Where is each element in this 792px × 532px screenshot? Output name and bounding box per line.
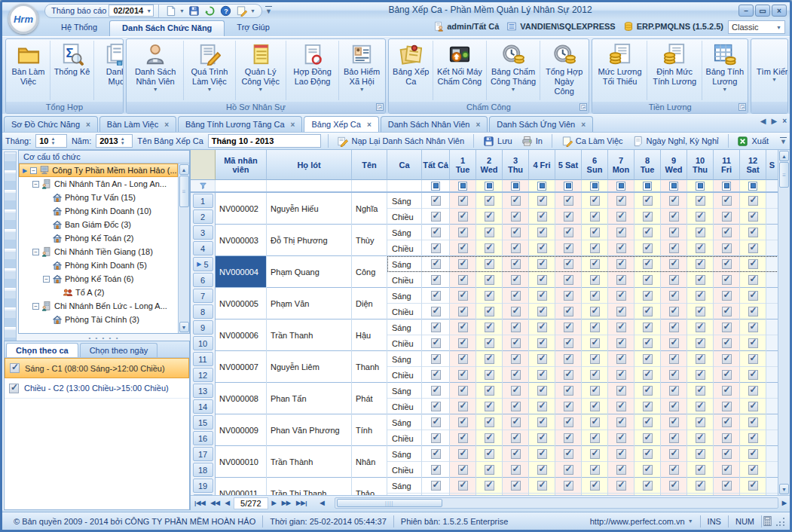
- check-cell-day[interactable]: [714, 209, 740, 225]
- tab-tro-giup[interactable]: Trợ Giúp: [225, 20, 281, 36]
- column-header-day[interactable]: 1Tue: [450, 150, 476, 180]
- check-cell-day[interactable]: [687, 351, 714, 367]
- check-cell-day[interactable]: [687, 430, 714, 446]
- expander-icon[interactable]: −: [32, 181, 39, 188]
- checkbox-checked-icon[interactable]: [431, 243, 441, 253]
- check-cell-day[interactable]: [450, 240, 476, 256]
- check-cell-day[interactable]: [635, 256, 661, 272]
- check-cell-day[interactable]: [687, 399, 714, 414]
- checkbox-checked-icon[interactable]: [511, 354, 521, 364]
- employee-cell[interactable]: NV000011: [216, 478, 267, 497]
- check-cell-day[interactable]: [687, 320, 714, 335]
- check-cell-day[interactable]: [529, 225, 555, 240]
- checkbox-checked-icon[interactable]: [748, 370, 758, 380]
- checkbox-checked-icon[interactable]: [458, 275, 468, 285]
- shift-name-cell[interactable]: Sáng: [387, 414, 422, 430]
- checkbox-checked-icon[interactable]: [431, 417, 441, 427]
- check-cell-day[interactable]: [608, 351, 635, 367]
- checkbox-checked-icon[interactable]: [537, 228, 547, 237]
- scroll-tabs-right-icon[interactable]: ▶: [771, 117, 777, 125]
- pager-prev-button[interactable]: ◀: [224, 500, 231, 506]
- checkbox-checked-icon[interactable]: [485, 370, 494, 380]
- check-cell-all[interactable]: [422, 383, 450, 399]
- check-cell-day[interactable]: [476, 351, 503, 367]
- checkbox-checked-icon[interactable]: [722, 196, 732, 206]
- tree-node[interactable]: Phòng Kinh Doanh (5): [19, 258, 178, 272]
- column-header-day[interactable]: 9Wed: [661, 150, 687, 180]
- check-cell-day[interactable]: [740, 256, 766, 272]
- check-cell-day[interactable]: [529, 414, 555, 430]
- employee-cell[interactable]: NV000006: [216, 320, 267, 351]
- check-cell-day[interactable]: [714, 240, 740, 256]
- check-cell-day[interactable]: [555, 304, 582, 320]
- check-cell-day[interactable]: [582, 367, 608, 383]
- checkbox-checked-icon[interactable]: [590, 417, 600, 427]
- filter-cell[interactable]: [216, 180, 267, 191]
- check-cell-day[interactable]: [529, 478, 555, 494]
- checkbox-checked-icon[interactable]: [564, 402, 573, 411]
- expander-icon[interactable]: −: [32, 303, 39, 310]
- check-cell-day[interactable]: [555, 240, 582, 256]
- tree-node[interactable]: −Chi Nhánh Bến Lức - Long A...: [19, 299, 178, 313]
- checkbox-checked-icon[interactable]: [722, 259, 732, 269]
- checkbox-checked-icon[interactable]: [431, 228, 441, 237]
- check-cell-day[interactable]: [529, 272, 555, 288]
- checkbox-checked-icon[interactable]: [643, 212, 653, 222]
- check-cell-day[interactable]: [608, 320, 635, 335]
- checkbox-checked-icon[interactable]: [511, 323, 521, 332]
- column-header-day[interactable]: 4 Fri: [529, 150, 555, 180]
- check-cell-day[interactable]: [582, 462, 608, 478]
- checkbox-checked-icon[interactable]: [431, 465, 441, 475]
- year-spinner[interactable]: 2013▲▼: [96, 134, 133, 148]
- checkbox-checked-icon[interactable]: [669, 402, 679, 411]
- check-cell-day[interactable]: [661, 304, 687, 320]
- checkbox-checked-icon[interactable]: [748, 417, 758, 427]
- check-cell-day[interactable]: [555, 225, 582, 240]
- check-cell-day[interactable]: [555, 399, 582, 414]
- checkbox-checked-icon[interactable]: [537, 433, 547, 443]
- check-cell-day[interactable]: [714, 383, 740, 399]
- checkbox-checked-icon[interactable]: [485, 291, 494, 301]
- row-number-cell[interactable]: 11: [193, 352, 213, 366]
- check-cell-day[interactable]: [529, 462, 555, 478]
- check-cell-day[interactable]: [555, 288, 582, 304]
- check-cell-day[interactable]: [450, 209, 476, 225]
- check-cell-day[interactable]: [450, 193, 476, 209]
- checkbox-checked-icon[interactable]: [722, 243, 732, 253]
- check-cell-all[interactable]: [422, 304, 450, 320]
- checkbox-checked-icon[interactable]: [537, 243, 547, 253]
- check-cell-day[interactable]: [529, 288, 555, 304]
- ribbon-button[interactable]: Tìm Kiếm▼: [752, 41, 788, 100]
- check-cell-all[interactable]: [422, 367, 450, 383]
- tab-he-thong[interactable]: Hệ Thống: [49, 20, 109, 36]
- check-cell-all[interactable]: [422, 430, 450, 446]
- scroll-up-icon[interactable]: ▲: [179, 164, 189, 175]
- checkbox-checked-icon[interactable]: [696, 402, 705, 411]
- doc-tab[interactable]: Danh Sách Ứng Viên×: [489, 116, 593, 132]
- check-cell-day[interactable]: [582, 272, 608, 288]
- checkbox-checked-icon[interactable]: [590, 243, 600, 253]
- check-cell-day[interactable]: [661, 272, 687, 288]
- checkbox-checked-icon[interactable]: [616, 196, 626, 206]
- checkbox-checked-icon[interactable]: [9, 384, 19, 393]
- checkbox-checked-icon[interactable]: [458, 338, 468, 348]
- filter-checkbox-day[interactable]: [582, 180, 608, 191]
- check-cell-day[interactable]: [687, 414, 714, 430]
- check-cell-day[interactable]: [503, 288, 529, 304]
- check-cell-day[interactable]: [450, 288, 476, 304]
- checkbox-checked-icon[interactable]: [616, 417, 626, 427]
- checkbox-checked-icon[interactable]: [616, 354, 626, 364]
- checkbox-checked-icon[interactable]: [458, 196, 468, 206]
- checkbox-checked-icon[interactable]: [748, 481, 758, 491]
- check-cell-day[interactable]: [476, 367, 503, 383]
- check-cell-day[interactable]: [503, 256, 529, 272]
- check-cell-day[interactable]: [608, 399, 635, 414]
- tree-node[interactable]: −Chi Nhánh Tiền Giang (18): [19, 245, 178, 258]
- dialog-launcher-icon[interactable]: ◲: [376, 103, 384, 111]
- check-cell-day[interactable]: [740, 320, 766, 335]
- checkbox-checked-icon[interactable]: [537, 291, 547, 301]
- checkbox-checked-icon[interactable]: [748, 275, 758, 285]
- column-header-day[interactable]: 7Mon: [608, 150, 635, 180]
- row-number-cell[interactable]: 19: [193, 478, 213, 493]
- close-tab-icon[interactable]: ×: [581, 121, 586, 129]
